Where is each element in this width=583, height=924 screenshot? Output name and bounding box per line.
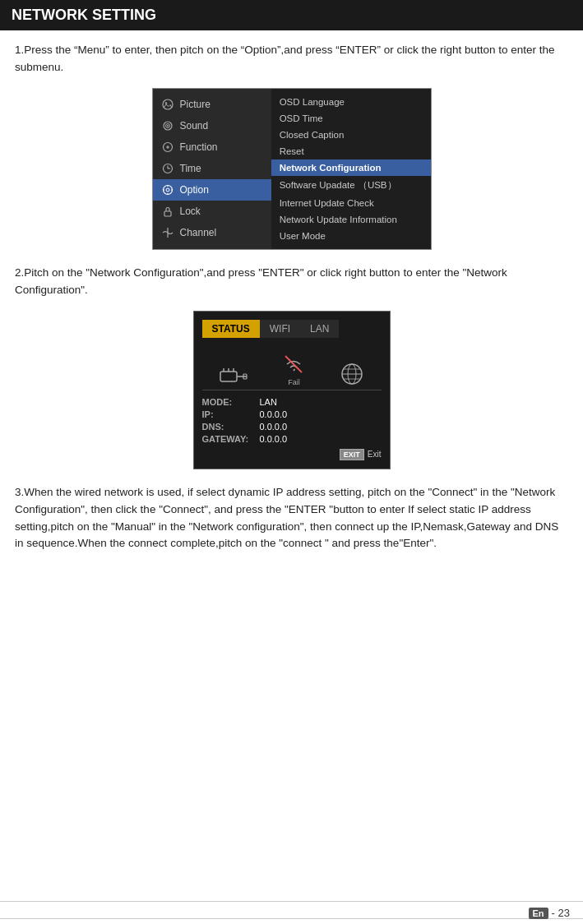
lan-cable-icon-box [219, 363, 248, 386]
gateway-value: 0.0.0.0 [260, 434, 288, 444]
time-icon [161, 162, 174, 175]
menu-label-picture: Picture [180, 99, 211, 110]
globe-icon [340, 362, 364, 386]
status-row-gateway: GATEWAY: 0.0.0.0 [202, 434, 382, 444]
exit-button-badge[interactable]: EXIT [340, 449, 364, 460]
menu-mockup: Picture Sound Function Time [152, 88, 432, 250]
status-row-dns: DNS: 0.0.0.0 [202, 422, 382, 432]
menu-item-sound[interactable]: Sound [153, 115, 271, 136]
status-row-ip: IP: 0.0.0.0 [202, 409, 382, 419]
picture-icon [161, 98, 174, 111]
menu-right-closed-caption[interactable]: Closed Caption [271, 127, 431, 143]
wifi-fail-label: Fail [288, 378, 300, 386]
channel-icon [161, 226, 174, 239]
menu-right-osd-language[interactable]: OSD Language [271, 94, 431, 110]
page-header: NETWORK SETTING [0, 0, 583, 30]
network-icons-row: Fail [202, 346, 382, 390]
dns-value: 0.0.0.0 [260, 422, 288, 432]
main-content: 1.Press the “Menu” to enter, then pitch … [0, 30, 583, 575]
wifi-fail-icon-box: Fail [282, 353, 305, 386]
menu-right-reset[interactable]: Reset [271, 143, 431, 159]
menu-item-function[interactable]: Function [153, 136, 271, 158]
menu-item-time[interactable]: Time [153, 158, 271, 179]
menu-label-channel: Channel [180, 227, 217, 238]
svg-point-0 [163, 99, 173, 109]
section3-text: 3.When the wired network is used, if sel… [15, 484, 568, 553]
menu-right-software-update[interactable]: Software Upadate （USB） [271, 176, 431, 195]
exit-row: EXIT Exit [202, 449, 382, 460]
gateway-label: GATEWAY: [202, 434, 260, 444]
menu-right-network-update-info[interactable]: Network Update Information [271, 211, 431, 228]
svg-rect-15 [164, 211, 171, 216]
lock-icon [161, 205, 174, 218]
menu-item-picture[interactable]: Picture [153, 94, 271, 115]
exit-label: Exit [368, 450, 382, 459]
dns-label: DNS: [202, 422, 260, 432]
menu-right-osd-time[interactable]: OSD Time [271, 110, 431, 127]
footer-content: En - 23 [0, 901, 583, 924]
function-icon [161, 141, 174, 154]
status-row-mode: MODE: LAN [202, 397, 382, 407]
section2-text: 2.Pitch on the "Network Configuration",a… [15, 265, 568, 299]
menu-label-sound: Sound [180, 120, 209, 132]
menu-item-option[interactable]: Option [153, 179, 271, 201]
svg-rect-16 [220, 372, 237, 381]
menu-right-network-config[interactable]: Network Configuration [271, 159, 431, 176]
tab-lan[interactable]: LAN [300, 320, 339, 338]
page-number: - 23 [552, 907, 570, 919]
option-icon [161, 183, 174, 196]
menu-right-panel: OSD Language OSD Time Closed Caption Res… [271, 89, 431, 249]
menu-label-time: Time [180, 163, 201, 174]
tab-wifi[interactable]: WIFI [260, 320, 300, 338]
network-tabs: STATUS WIFI LAN [202, 320, 382, 338]
wifi-fail-icon [282, 353, 305, 376]
menu-label-lock: Lock [180, 206, 201, 217]
tab-status[interactable]: STATUS [202, 320, 260, 338]
footer-lang: En - 23 [529, 907, 570, 919]
lang-badge: En [529, 908, 548, 919]
globe-icon-box [340, 362, 364, 386]
network-status-panel: STATUS WIFI LAN [193, 311, 391, 469]
lan-cable-icon [219, 363, 248, 386]
menu-right-internet-update[interactable]: Internet Update Check [271, 195, 431, 211]
menu-item-lock[interactable]: Lock [153, 201, 271, 222]
section1-text: 1.Press the “Menu” to enter, then pitch … [15, 42, 568, 76]
svg-point-1 [164, 102, 166, 104]
menu-label-option: Option [180, 184, 209, 196]
mode-value: LAN [260, 397, 277, 407]
ip-label: IP: [202, 409, 260, 419]
menu-right-user-mode[interactable]: User Mode [271, 228, 431, 244]
svg-point-9 [163, 185, 172, 194]
footer: En - 23 [0, 918, 583, 924]
ip-value: 0.0.0.0 [260, 409, 288, 419]
svg-point-10 [166, 188, 169, 192]
menu-left-panel: Picture Sound Function Time [153, 89, 271, 249]
svg-point-4 [167, 125, 169, 127]
mode-label: MODE: [202, 397, 260, 407]
page-title: NETWORK SETTING [12, 7, 156, 23]
menu-item-channel[interactable]: Channel [153, 222, 271, 243]
menu-label-function: Function [180, 141, 218, 153]
sound-icon [161, 119, 174, 132]
